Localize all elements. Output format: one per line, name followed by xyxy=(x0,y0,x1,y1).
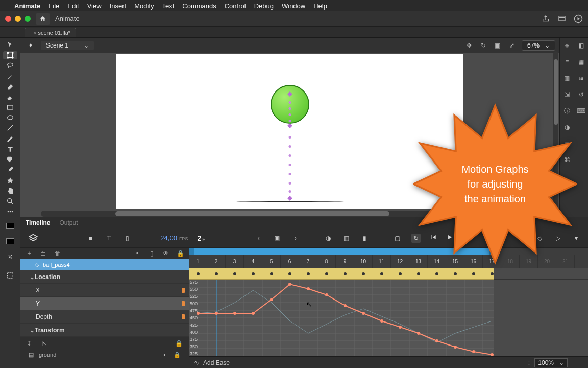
lock-layer-icon[interactable]: 🔒 xyxy=(177,250,184,257)
rotate-stage-icon[interactable]: ↻ xyxy=(479,41,488,50)
camera-tool[interactable] xyxy=(3,177,17,185)
menu-app[interactable]: Animate xyxy=(14,2,40,10)
edit-scene-icon[interactable]: ✦ xyxy=(24,40,37,51)
keyframe-dot[interactable] xyxy=(215,272,218,275)
stroke-color-swatch[interactable] xyxy=(3,221,17,231)
text-tool[interactable] xyxy=(3,145,17,153)
graph-zoom-dropdown[interactable]: 100%⌄ xyxy=(534,358,568,367)
outline-layer-icon[interactable]: ▯ xyxy=(148,250,155,257)
fps-display[interactable]: 24,00FPS xyxy=(160,234,188,242)
keyframe-dot[interactable] xyxy=(233,272,236,275)
free-transform-tool[interactable] xyxy=(3,51,17,59)
onion-skin-icon[interactable]: ◑ xyxy=(324,234,333,243)
tab-close-icon[interactable]: × xyxy=(33,30,36,36)
insert-keyframe-icon[interactable]: ▣ xyxy=(273,234,282,243)
assets-panel-icon[interactable]: ⎈ xyxy=(562,41,572,50)
history-panel-icon[interactable]: ↺ xyxy=(577,90,586,99)
ruler-frame[interactable]: 1 xyxy=(189,255,207,268)
ruler-frame[interactable]: 12 xyxy=(391,255,409,268)
ruler-frame[interactable]: 3 xyxy=(226,255,244,268)
layer-row-ground[interactable]: ▤ ground • 🔒 xyxy=(20,349,189,360)
add-ease-button[interactable]: ∿ Add Ease xyxy=(194,359,230,366)
keyframe-dot[interactable] xyxy=(399,272,402,275)
hand-tool[interactable] xyxy=(3,187,17,195)
menu-view[interactable]: View xyxy=(87,2,102,10)
tab-timeline[interactable]: Timeline xyxy=(26,219,50,226)
menu-window[interactable]: Window xyxy=(282,2,305,10)
motion-keyframe-icon[interactable] xyxy=(287,196,292,201)
properties-panel-icon[interactable]: ≡ xyxy=(562,57,572,66)
menu-insert[interactable]: Insert xyxy=(110,2,127,10)
lock-icon[interactable]: 🔒 xyxy=(175,340,183,347)
menu-control[interactable]: Control xyxy=(225,2,246,10)
fluid-brush-tool[interactable] xyxy=(3,73,17,81)
prop-group-location[interactable]: ⌄Location xyxy=(20,270,189,284)
ruler-frame[interactable]: 10 xyxy=(354,255,373,268)
new-folder-icon[interactable]: 🗀 xyxy=(40,250,47,257)
play-test-icon[interactable] xyxy=(574,14,583,24)
graph-vzoom-icon[interactable]: ↕ xyxy=(527,359,530,366)
graph-hzoom-icon[interactable]: — xyxy=(572,359,578,366)
selection-tool[interactable] xyxy=(3,41,17,49)
menu-commands[interactable]: Commands xyxy=(182,2,216,10)
keyframe-dot[interactable] xyxy=(288,272,291,275)
ruler-frame[interactable]: 2 xyxy=(207,255,226,268)
keyframe-dot[interactable] xyxy=(344,272,347,275)
brush-lib-panel-icon[interactable]: ▦ xyxy=(577,57,586,66)
step-forward-one-icon[interactable]: › xyxy=(291,234,300,243)
layer-dot-icon[interactable]: • xyxy=(163,352,165,358)
prop-depth[interactable]: Depth xyxy=(20,310,189,324)
current-frame-display[interactable]: 2F xyxy=(197,234,205,242)
tab-output[interactable]: Output xyxy=(59,219,78,226)
menu-edit[interactable]: Edit xyxy=(67,2,79,10)
edit-multiple-icon[interactable]: ▥ xyxy=(342,234,351,243)
eyedropper-tool[interactable] xyxy=(3,166,17,174)
keyframe-dot[interactable] xyxy=(362,272,365,275)
marker-icon[interactable]: ▮ xyxy=(360,234,370,243)
ruler-frame[interactable]: 4 xyxy=(244,255,262,268)
center-stage-icon[interactable]: ✥ xyxy=(464,41,474,50)
camera-layer-icon[interactable]: ■ xyxy=(86,234,95,243)
swap-colors-icon[interactable]: ⤭ xyxy=(3,251,17,262)
layers-icon[interactable] xyxy=(28,233,39,244)
document-tab[interactable]: × scene 01.fla* xyxy=(24,28,76,37)
loop-off-icon[interactable]: ▢ xyxy=(393,234,402,243)
layer-row-ball[interactable]: ◇ ball_pass4 xyxy=(20,259,189,270)
keyframe-dot[interactable] xyxy=(491,272,494,275)
window-minimize-button[interactable] xyxy=(15,16,21,22)
keyframe-dot[interactable] xyxy=(270,272,273,275)
swatches-panel-icon[interactable]: ◧ xyxy=(577,41,586,50)
ruler-frame[interactable]: 5 xyxy=(262,255,281,268)
fit-graph-icon[interactable]: ⇱ xyxy=(42,340,47,347)
keyboard-panel-icon[interactable]: ⌨ xyxy=(577,106,586,116)
keyframe-dot[interactable] xyxy=(307,272,310,275)
motion-keyframe-icon[interactable] xyxy=(287,123,292,128)
brush-tool[interactable] xyxy=(3,83,17,91)
fit-stage-icon[interactable]: ⤢ xyxy=(507,41,517,50)
keyframe-dot[interactable] xyxy=(197,272,200,275)
keyframe-dot[interactable] xyxy=(454,272,457,275)
window-maximize-button[interactable] xyxy=(24,16,31,22)
share-icon[interactable] xyxy=(541,14,550,24)
motion-graph[interactable]: 575550525500475450425400375350325 ↖ xyxy=(189,280,494,356)
prop-group-transform[interactable]: ⌄Transform xyxy=(20,324,189,337)
highlight-layer-icon[interactable]: • xyxy=(134,250,141,257)
motion-panel-icon[interactable]: ≋ xyxy=(577,74,586,83)
rectangle-tool[interactable] xyxy=(3,103,17,111)
eraser-tool[interactable] xyxy=(3,93,17,101)
keyframe-dot[interactable] xyxy=(435,272,438,275)
lasso-tool[interactable] xyxy=(3,61,17,70)
stage[interactable] xyxy=(116,54,463,209)
keyframe-dot[interactable] xyxy=(417,272,420,275)
scene-dropdown[interactable]: Scene 1⌄ xyxy=(41,41,94,50)
home-button[interactable] xyxy=(36,13,50,25)
layer-lock-icon[interactable]: 🔒 xyxy=(174,352,181,358)
ruler-frame[interactable]: 11 xyxy=(373,255,391,268)
range-start-handle[interactable] xyxy=(189,248,194,255)
keyframe-dot[interactable] xyxy=(325,272,328,275)
menu-text[interactable]: Text xyxy=(162,2,174,10)
workspace-icon[interactable] xyxy=(557,14,567,24)
layer-tree-icon[interactable]: ⊤ xyxy=(104,234,113,243)
snap-option-icon[interactable] xyxy=(3,269,17,282)
prop-y[interactable]: Y xyxy=(20,297,189,310)
